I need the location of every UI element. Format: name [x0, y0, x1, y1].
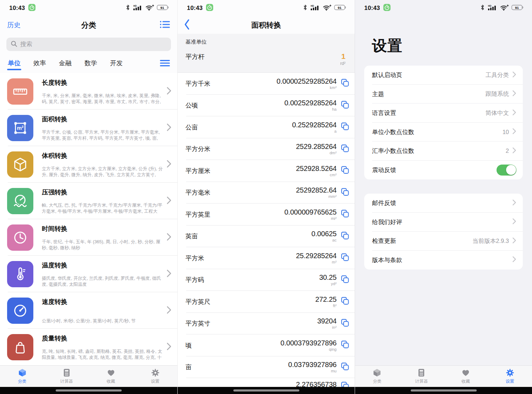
- setting-terms[interactable]: 版本与条款: [364, 251, 523, 270]
- list-item-area[interactable]: m² 面积转换平方千米, 公顷, 公亩, 平方米, 平方分米, 平方厘米, 平方…: [0, 110, 177, 146]
- chevron-right-icon: [167, 196, 172, 206]
- svg-text:HD: HD: [488, 5, 492, 7]
- unit-value: 39204: [317, 317, 337, 325]
- conversion-row[interactable]: 平方分米2529.285264dm²: [178, 138, 355, 160]
- conversion-row[interactable]: 亩0.03793927896mu: [178, 356, 355, 378]
- unit-symbol: mm²: [296, 194, 337, 199]
- panel-categories: 10:43 HD 91 历史 分类 单位 效率 金融 数: [0, 0, 177, 394]
- base-unit-section[interactable]: 基准单位 平方杆 1 rd²: [178, 34, 355, 73]
- timer-app-icon: [206, 4, 214, 13]
- nav-calculator[interactable]: 计算器: [44, 366, 89, 387]
- item-desc: 立方千米, 立方米, 立方分米, 立方厘米, 立方毫米, 公升 (升), 分升,…: [42, 166, 164, 178]
- setting-email-feedback[interactable]: 邮件反馈: [364, 194, 523, 213]
- copy-icon[interactable]: [340, 362, 350, 373]
- setting-check-update[interactable]: 检查更新当前版本2.9.3: [364, 232, 523, 251]
- conversion-row[interactable]: 公亩0.2529285264a: [178, 116, 355, 138]
- copy-icon[interactable]: [340, 187, 350, 198]
- setting-language[interactable]: 语言设置简体中文: [364, 104, 523, 123]
- copy-icon[interactable]: [340, 78, 350, 89]
- tab-dev[interactable]: 开发: [109, 55, 123, 72]
- heart-icon: [106, 368, 116, 377]
- nav-favorites[interactable]: 收藏: [89, 366, 133, 387]
- hamburger-menu-icon[interactable]: [160, 59, 170, 68]
- conversion-row[interactable]: 平方英寸39204in²: [178, 313, 355, 335]
- base-unit-value[interactable]: 1: [340, 52, 345, 60]
- copy-icon[interactable]: [340, 165, 350, 176]
- list-item-temperature[interactable]: 温度转换摄氏度, 华氏度, 开尔文, 兰氏度, 列氏度, 罗氏度, 牛顿度, 德…: [0, 256, 177, 292]
- item-title: 速度转换: [42, 298, 164, 306]
- list-item-speed[interactable]: 速度转换公里/小时, 米/秒, 公里/分, 英里/小时, 英尺/秒, 节: [0, 292, 177, 329]
- item-desc: 克, 吨, 短吨, 长吨, 磅, 盎司, 斯勒格, 英石, 美担, 英担, 格令…: [42, 349, 164, 361]
- chevron-right-icon: [512, 237, 516, 245]
- tab-math[interactable]: 数学: [84, 55, 98, 72]
- nav-settings[interactable]: 设置: [488, 366, 532, 387]
- setting-theme[interactable]: 主题跟随系统: [364, 85, 523, 104]
- setting-rate-us[interactable]: 给我们好评: [364, 213, 523, 232]
- setting-default-start-page[interactable]: 默认启动页工具分类: [364, 66, 523, 85]
- list-item-length[interactable]: 长度转换千米, 米, 分米, 厘米, 毫米, 微米, 纳米, 埃米, 皮米, 英…: [0, 73, 177, 110]
- tab-efficiency[interactable]: 效率: [33, 55, 47, 72]
- home-indicator[interactable]: [56, 389, 122, 392]
- unit-name: 平方厘米: [185, 167, 296, 175]
- conversion-row[interactable]: 平方毫米25292852.64mm²: [178, 182, 355, 204]
- copy-icon[interactable]: [340, 209, 350, 220]
- copy-icon[interactable]: [340, 100, 350, 111]
- svg-text:91: 91: [338, 6, 342, 10]
- battery-icon: 91: [511, 4, 524, 12]
- conversion-row-clipped[interactable]: 2.276356738: [178, 378, 355, 387]
- chevron-right-icon: [512, 256, 516, 264]
- unit-name: 平方米: [185, 254, 296, 262]
- tab-units[interactable]: 单位: [7, 55, 21, 72]
- copy-icon[interactable]: [340, 340, 350, 351]
- conversion-row[interactable]: 公顷0.002529285264ha: [178, 95, 355, 117]
- wifi-icon: [323, 4, 332, 12]
- chevron-right-icon: [512, 90, 516, 98]
- copy-icon[interactable]: [340, 144, 350, 155]
- nav-categories[interactable]: 分类: [355, 366, 399, 387]
- chevron-right-icon: [512, 218, 516, 226]
- category-list: 长度转换千米, 米, 分米, 厘米, 毫米, 微米, 纳米, 埃米, 皮米, 英…: [0, 73, 177, 365]
- tab-finance[interactable]: 金融: [58, 55, 72, 72]
- nav-calculator[interactable]: 计算器: [399, 366, 444, 387]
- conversion-row[interactable]: 平方千米0.00002529285264km²: [178, 73, 355, 95]
- chevron-right-icon: [167, 306, 172, 316]
- conversion-row[interactable]: 平方厘米252928.5264cm²: [178, 160, 355, 182]
- list-item-volume[interactable]: 体积转换立方千米, 立方米, 立方分米, 立方厘米, 立方毫米, 公升 (升),…: [0, 146, 177, 183]
- vibration-toggle[interactable]: [497, 165, 516, 176]
- unit-value: 0.0003793927896: [281, 339, 337, 347]
- item-title: 体积转换: [42, 151, 164, 160]
- conversion-row[interactable]: 平方米25.29285264m²: [178, 247, 355, 269]
- unit-value: 0.03793927896: [288, 361, 337, 368]
- setting-rate-decimals[interactable]: 汇率小数点位数2: [364, 141, 523, 161]
- list-item-time[interactable]: 时间转换千年, 世纪, 十年, 五年, 年 (365), 周, 日, 小时, 分…: [0, 219, 177, 256]
- nav-settings[interactable]: 设置: [133, 366, 177, 387]
- copy-icon[interactable]: [340, 253, 350, 263]
- setting-vibration: 震动反馈: [364, 161, 523, 180]
- home-indicator[interactable]: [233, 389, 299, 392]
- list-item-pressure[interactable]: 压强转换帕, 大气压, 巴, 托, 千克力/平方米, 千克力/平方厘米, 千克力…: [0, 183, 177, 219]
- copy-icon[interactable]: [340, 122, 350, 133]
- cellular-signal-icon: HD: [310, 4, 320, 12]
- conversion-row[interactable]: 平方英尺272.25ft²: [178, 291, 355, 313]
- copy-icon[interactable]: [340, 318, 350, 329]
- unit-symbol: in²: [317, 325, 337, 329]
- detailed-list-icon[interactable]: [160, 20, 170, 30]
- search-box[interactable]: [6, 38, 171, 51]
- copy-icon[interactable]: [340, 274, 350, 285]
- unit-symbol: dm²: [296, 151, 337, 155]
- copy-icon[interactable]: [340, 296, 350, 307]
- conversion-row[interactable]: 顷0.0003793927896qing: [178, 334, 355, 356]
- conversion-row[interactable]: 平方英里0.000009765625mi²: [178, 204, 355, 226]
- nav-favorites[interactable]: 收藏: [444, 366, 488, 387]
- copy-icon[interactable]: [340, 231, 350, 242]
- home-indicator-area: [355, 387, 532, 394]
- conversion-row[interactable]: 英亩0.00625ac: [178, 226, 355, 248]
- cube-nav-icon: [372, 368, 382, 377]
- list-item-mass[interactable]: 质量转换克, 吨, 短吨, 长吨, 磅, 盎司, 斯勒格, 英石, 美担, 英担…: [0, 329, 177, 365]
- home-indicator[interactable]: [411, 389, 477, 392]
- setting-unit-decimals[interactable]: 单位小数点位数10: [364, 123, 523, 142]
- search-input[interactable]: [20, 41, 167, 48]
- copy-icon[interactable]: [340, 381, 350, 387]
- nav-categories[interactable]: 分类: [0, 366, 44, 387]
- conversion-row[interactable]: 平方码30.25yd²: [178, 269, 355, 291]
